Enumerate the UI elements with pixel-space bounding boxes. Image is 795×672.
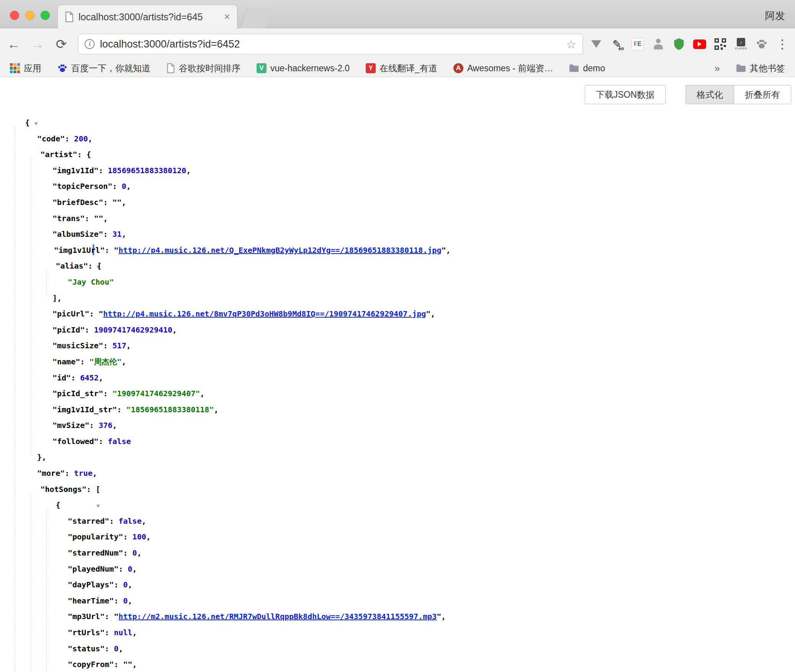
shield-icon[interactable]	[672, 37, 685, 51]
close-window-icon[interactable]	[10, 11, 19, 20]
json-token: ",	[437, 612, 446, 621]
page-icon	[167, 63, 175, 73]
collapse-toggle-icon[interactable]: ▼	[97, 503, 100, 509]
download-json-button[interactable]: 下载JSON数据	[585, 85, 666, 104]
json-token: "alias"	[56, 261, 88, 270]
json-line: "status": 0,	[0, 641, 795, 657]
json-token: ,	[137, 548, 142, 557]
json-url-link[interactable]: http://p4.music.126.net/Q_ExePNkmgB2yWyL…	[119, 246, 442, 255]
bookmark-star-icon[interactable]: ☆	[566, 38, 576, 51]
tree-guide-line	[46, 510, 47, 672]
json-token: "img1v1Id"	[52, 166, 98, 175]
json-line: "topicPerson": 0,	[0, 179, 795, 195]
window-controls	[10, 11, 50, 20]
format-button[interactable]: 格式化	[686, 85, 734, 104]
translate-icon[interactable]: ✎ en	[610, 37, 623, 51]
other-bookmarks[interactable]: 其他书签	[736, 62, 785, 74]
json-token: ,	[98, 373, 103, 382]
json-token: "picId_str"	[52, 389, 103, 398]
json-token: "19097417462929407"	[113, 389, 200, 398]
youdao-icon: Y	[366, 63, 376, 73]
bookmark-label: 应用	[24, 62, 41, 74]
json-token: {	[25, 118, 29, 127]
titlebar: localhost:3000/artists?id=645 × 阿发	[0, 0, 795, 28]
json-token: "img1v1Id_str"	[52, 405, 117, 414]
bookmarks-overflow-chevron[interactable]: »	[715, 62, 720, 74]
minimize-window-icon[interactable]	[25, 11, 34, 20]
collapse-all-button[interactable]: 折叠所有	[734, 85, 791, 104]
json-url-link[interactable]: http://p4.music.126.net/8mv7qP30Pd3oHW8b…	[103, 309, 426, 318]
player-icon[interactable]: ♪ PLAYER	[734, 37, 748, 51]
vimium-icon[interactable]	[590, 37, 603, 51]
json-token: ,	[121, 357, 126, 366]
page-info-icon[interactable]: i	[85, 39, 95, 49]
fe-icon[interactable]: FE	[631, 37, 644, 51]
json-token: :	[105, 628, 114, 637]
json-token: 0	[123, 580, 128, 589]
bookmark-google-sort[interactable]: 谷歌按时间排序	[167, 62, 240, 74]
json-token: "copyFrom"	[68, 660, 114, 669]
bookmark-label: 百度一下，你就知道	[71, 62, 150, 74]
json-line: "playedNum": 0,	[0, 561, 795, 577]
tab-close-icon[interactable]: ×	[224, 11, 230, 23]
bookmark-apps[interactable]: 应用	[10, 62, 41, 74]
browser-tab[interactable]: localhost:3000/artists?id=645 ×	[57, 5, 237, 29]
json-token: ,	[93, 469, 97, 478]
json-token: 6452	[80, 373, 98, 382]
forward-icon[interactable]: →	[29, 37, 46, 52]
bookmark-vue-hackernews[interactable]: V vue-hackernews-2.0	[257, 63, 350, 74]
menu-icon[interactable]: ⋮	[776, 37, 789, 51]
json-url-link[interactable]: http://m2.music.126.net/RMJR7wDullRqppBk…	[118, 612, 437, 621]
bookmark-label: 谷歌按时间排序	[179, 62, 240, 74]
paw-icon[interactable]	[755, 37, 768, 51]
json-token: : "	[105, 612, 118, 621]
reload-icon[interactable]: ⟳	[53, 36, 70, 52]
address-bar[interactable]: i localhost:3000/artists?id=6452 ☆	[78, 34, 583, 54]
json-token: "picId"	[52, 325, 85, 334]
json-token: ,	[132, 564, 137, 574]
json-token: ],	[52, 293, 62, 303]
profile-name[interactable]: 阿发	[765, 9, 785, 23]
bookmark-demo[interactable]: demo	[569, 63, 605, 74]
json-token: 376	[98, 421, 112, 430]
json-line: "name": "周杰伦",	[0, 354, 795, 370]
bookmark-awesomes[interactable]: A Awesomes - 前端资…	[453, 62, 553, 74]
json-token: ,	[132, 628, 137, 637]
bookmark-baidu[interactable]: 百度一下，你就知道	[57, 62, 150, 74]
json-token: :	[98, 166, 108, 175]
json-line: "img1v1Id_str": "18569651883380118",	[0, 402, 795, 418]
bookmark-label: 在线翻译_有道	[380, 62, 437, 74]
youtube-icon[interactable]	[693, 37, 706, 51]
json-token: 19097417462929410	[94, 325, 172, 334]
url-input[interactable]: localhost:3000/artists?id=6452	[100, 38, 561, 50]
profile-icon[interactable]	[652, 37, 665, 51]
json-token: : "",	[85, 214, 108, 223]
tree-guide-line	[31, 159, 31, 456]
json-token: ,	[142, 516, 146, 526]
json-token: "starred"	[68, 516, 109, 526]
json-token: ",	[426, 309, 435, 318]
json-token: "followed"	[52, 437, 98, 446]
json-token: "code"	[37, 134, 65, 143]
json-token: "starredNum"	[68, 548, 123, 557]
other-bookmarks-label: 其他书签	[750, 62, 785, 74]
json-token: :	[114, 580, 123, 589]
json-token: ,	[214, 405, 218, 414]
bookmark-youdao[interactable]: Y 在线翻译_有道	[366, 62, 437, 74]
json-token: :	[109, 516, 118, 526]
json-line: "followed": false	[0, 434, 795, 450]
json-token: "playedNum"	[68, 564, 118, 574]
json-token: "周杰伦"	[89, 357, 121, 366]
json-token: "img1v1Url"	[54, 246, 105, 255]
json-token: "id"	[52, 373, 71, 382]
back-icon[interactable]: ←	[5, 37, 22, 52]
json-line: "img1v1Url": "http://p4.music.126.net/Q_…	[0, 243, 795, 259]
collapse-toggle-icon[interactable]: ▼	[34, 120, 38, 126]
json-token: :	[105, 644, 114, 653]
json-token: "popularity"	[68, 532, 123, 541]
qrcode-icon[interactable]	[714, 37, 727, 51]
new-tab-button[interactable]	[240, 7, 272, 28]
json-line: ▼{	[0, 115, 795, 131]
maximize-window-icon[interactable]	[41, 11, 50, 20]
json-line: "mp3Url": "http://m2.music.126.net/RMJR7…	[0, 609, 795, 625]
